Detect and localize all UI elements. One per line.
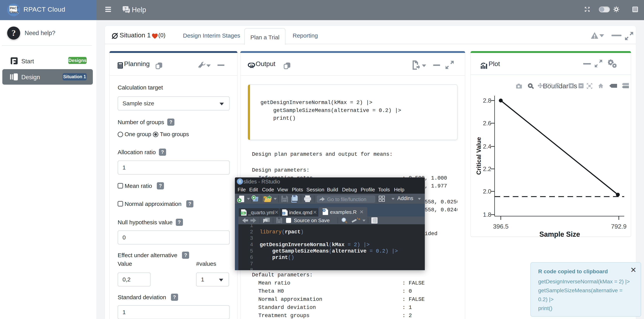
svg-text:R: R	[250, 63, 254, 68]
svg-text:2.0: 2.0	[483, 188, 491, 195]
svg-text:Cloud: Cloud	[10, 10, 18, 14]
svg-text:PACT: PACT	[10, 6, 19, 10]
svg-text:1.8: 1.8	[483, 211, 491, 218]
svg-text:2.4: 2.4	[483, 143, 491, 150]
svg-text:2.2: 2.2	[483, 166, 491, 172]
svg-text:396.5: 396.5	[493, 223, 508, 230]
svg-text:?: ?	[124, 7, 126, 10]
svg-text:Critical Value: Critical Value	[476, 137, 482, 175]
svg-text:Sample Size: Sample Size	[539, 230, 580, 238]
svg-text:R: R	[323, 209, 325, 212]
svg-text:792.9: 792.9	[611, 223, 626, 230]
svg-text:YML: YML	[241, 212, 245, 214]
svg-text:2.6: 2.6	[483, 120, 491, 127]
svg-text:2.8: 2.8	[483, 97, 491, 104]
